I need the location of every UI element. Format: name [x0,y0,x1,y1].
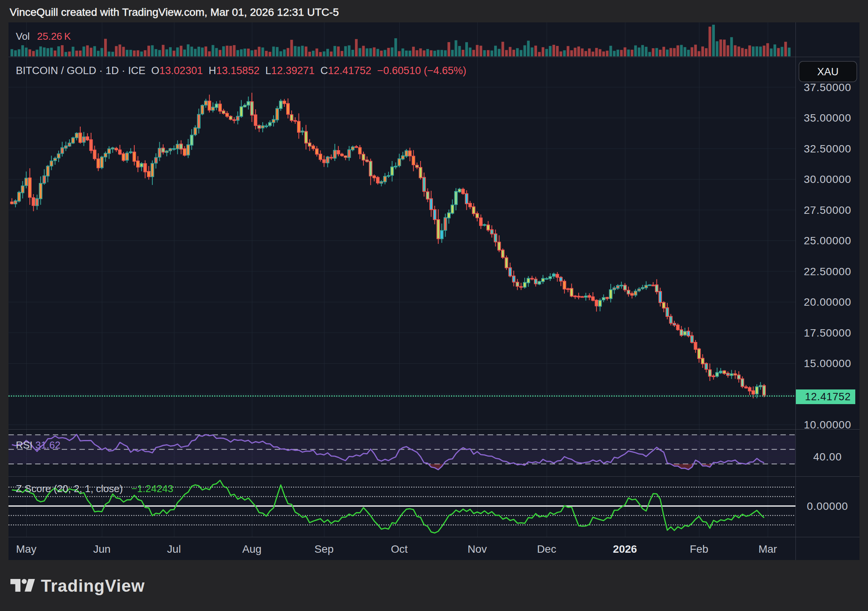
svg-text:Vol: Vol [16,30,30,42]
svg-text:Oct: Oct [391,543,408,555]
svg-text:10.00000: 10.00000 [804,419,851,431]
svg-text:May: May [16,543,37,555]
svg-text:20.00000: 20.00000 [804,296,851,308]
svg-text:Dec: Dec [537,543,556,555]
svg-text:Mar: Mar [758,543,777,555]
svg-text:27.50000: 27.50000 [804,204,851,216]
svg-text:Jun: Jun [93,543,110,555]
svg-text:Sep: Sep [314,543,334,555]
svg-text:22.50000: 22.50000 [804,266,851,278]
svg-text:TradingView: TradingView [41,576,145,595]
svg-text:12.41752: 12.41752 [805,391,851,403]
svg-text:RSI 31.62: RSI 31.62 [16,439,61,451]
svg-text:Z Score (20, 2, 1, close) −1: Z Score (20, 2, 1, close) −1.24243 [16,483,173,494]
svg-text:35.00000: 35.00000 [804,112,851,124]
svg-text:37.50000: 37.50000 [804,81,851,93]
svg-text:40.00: 40.00 [813,451,842,463]
svg-text:32.50000: 32.50000 [804,143,851,155]
svg-text:Aug: Aug [242,543,262,555]
svg-text:Nov: Nov [468,543,487,555]
svg-text:30.00000: 30.00000 [804,173,851,185]
svg-text:Jul: Jul [167,543,181,555]
svg-text:Feb: Feb [690,543,708,555]
svg-text:25.00000: 25.00000 [804,235,851,247]
svg-text:BITCOIN / GOLD · 1D · ICE O13: BITCOIN / GOLD · 1D · ICE O13.02301 H13.… [16,65,466,76]
svg-text:25.26 K: 25.26 K [37,30,71,42]
svg-text:2026: 2026 [613,543,637,555]
svg-text:17.50000: 17.50000 [804,327,851,339]
svg-text:VinceQuill created with Tradin: VinceQuill created with TradingView.com,… [10,6,339,18]
svg-text:0.00000: 0.00000 [807,500,848,512]
svg-text:15.00000: 15.00000 [804,357,851,369]
svg-text:XAU: XAU [817,66,839,78]
